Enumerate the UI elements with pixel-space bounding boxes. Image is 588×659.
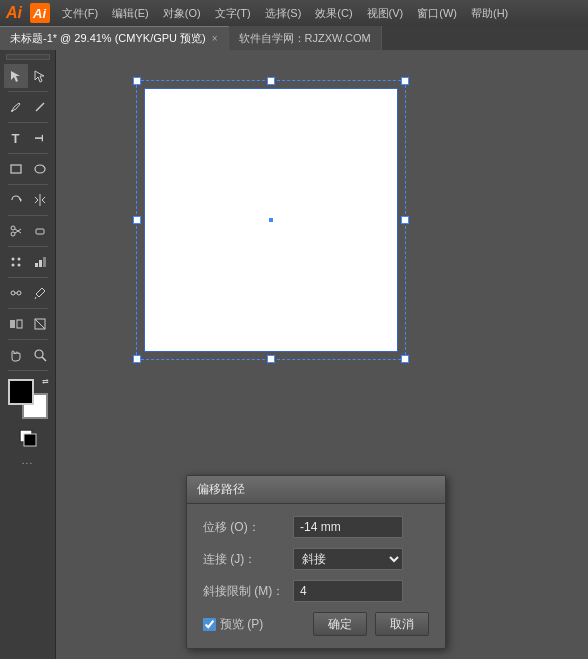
handle-top-middle[interactable] — [267, 77, 275, 85]
menu-object[interactable]: 对象(O) — [157, 4, 207, 23]
tool-group-view — [0, 342, 55, 368]
handle-bottom-middle[interactable] — [267, 355, 275, 363]
tool-group-blend — [0, 311, 55, 337]
menu-help[interactable]: 帮助(H) — [465, 4, 514, 23]
handle-middle-left[interactable] — [133, 216, 141, 224]
color-swap-icon[interactable]: ⇄ — [42, 377, 49, 386]
preview-checkbox[interactable] — [203, 618, 216, 631]
dialog-footer: 预览 (P) 确定 取消 — [203, 612, 429, 636]
separator-10 — [8, 370, 48, 371]
svg-point-12 — [11, 258, 14, 261]
menu-type[interactable]: 文字(T) — [209, 4, 257, 23]
tab-active[interactable]: 未标题-1* @ 29.41% (CMYK/GPU 预览) × — [0, 26, 229, 50]
tool-mesh[interactable] — [4, 250, 28, 274]
preview-label: 预览 (P) — [220, 616, 263, 633]
separator-8 — [8, 308, 48, 309]
handle-bottom-left[interactable] — [133, 355, 141, 363]
miter-label: 斜接限制 (M)： — [203, 583, 293, 600]
svg-rect-11 — [36, 229, 44, 234]
tab-active-label: 未标题-1* @ 29.41% (CMYK/GPU 预览) — [10, 31, 206, 46]
svg-point-8 — [11, 232, 15, 236]
svg-point-15 — [17, 264, 20, 267]
preview-checkbox-label[interactable]: 预览 (P) — [203, 616, 263, 633]
join-select[interactable]: 斜接 圆角 斜角 — [293, 548, 403, 570]
tool-blend[interactable] — [4, 312, 28, 336]
tool-group-transform — [0, 187, 55, 213]
app-icon: Ai — [30, 3, 50, 23]
ruler-indicator — [6, 54, 50, 60]
svg-line-28 — [42, 357, 46, 361]
svg-rect-30 — [24, 434, 36, 446]
tool-reflect[interactable] — [28, 188, 52, 212]
foreground-color[interactable] — [8, 379, 34, 405]
svg-point-20 — [17, 291, 21, 295]
color-indicator: ⇄ — [6, 377, 50, 421]
separator-5 — [8, 215, 48, 216]
menu-window[interactable]: 窗口(W) — [411, 4, 463, 23]
tool-group-stroke — [0, 425, 55, 451]
svg-point-2 — [11, 110, 13, 112]
tool-scissors[interactable] — [4, 219, 28, 243]
separator-1 — [8, 91, 48, 92]
tool-pencil[interactable] — [28, 95, 52, 119]
separator-9 — [8, 339, 48, 340]
canvas-container — [136, 80, 406, 360]
tool-zoom[interactable] — [28, 343, 52, 367]
tool-group-symbol — [0, 280, 55, 306]
tool-direct-select[interactable] — [28, 64, 52, 88]
svg-point-4 — [35, 165, 45, 173]
handle-bottom-right[interactable] — [401, 355, 409, 363]
handle-top-left[interactable] — [133, 77, 141, 85]
svg-rect-17 — [39, 260, 42, 267]
join-row: 连接 (J)： 斜接 圆角 斜角 — [203, 548, 429, 570]
handle-top-right[interactable] — [401, 77, 409, 85]
menu-edit[interactable]: 编辑(E) — [106, 4, 155, 23]
cancel-button[interactable]: 取消 — [375, 612, 429, 636]
tool-symbol[interactable] — [4, 281, 28, 305]
tool-stroke[interactable] — [16, 426, 40, 450]
separator-7 — [8, 277, 48, 278]
tool-group-selection — [0, 63, 55, 89]
svg-point-27 — [35, 350, 43, 358]
miter-row: 斜接限制 (M)： — [203, 580, 429, 602]
tool-eraser[interactable] — [28, 219, 52, 243]
tool-graph[interactable] — [28, 250, 52, 274]
more-tools-indicator[interactable]: ... — [22, 455, 33, 466]
dialog-buttons: 确定 取消 — [313, 612, 429, 636]
menu-file[interactable]: 文件(F) — [56, 4, 104, 23]
tool-type-vertical[interactable]: T — [28, 126, 52, 150]
tool-hand[interactable] — [4, 343, 28, 367]
menu-effect[interactable]: 效果(C) — [309, 4, 358, 23]
svg-line-26 — [35, 319, 45, 329]
tool-slice[interactable] — [28, 312, 52, 336]
tool-pen[interactable] — [4, 95, 28, 119]
tab-close-button[interactable]: × — [212, 33, 218, 44]
svg-line-22 — [35, 297, 36, 299]
dialog-content: 位移 (O)： 连接 (J)： 斜接 圆角 斜角 斜接限制 (M)： — [187, 504, 445, 648]
tool-ellipse[interactable] — [28, 157, 52, 181]
tab-inactive-label: 软件自学网：RJZXW.COM — [239, 31, 371, 46]
handle-middle-right[interactable] — [401, 216, 409, 224]
menu-bar: 文件(F) 编辑(E) 对象(O) 文字(T) 选择(S) 效果(C) 视图(V… — [56, 4, 514, 23]
tool-eyedropper[interactable] — [28, 281, 52, 305]
offset-row: 位移 (O)： — [203, 516, 429, 538]
tab-inactive[interactable]: 软件自学网：RJZXW.COM — [229, 26, 382, 50]
tool-type[interactable]: T — [4, 126, 28, 150]
tool-group-cut — [0, 218, 55, 244]
svg-rect-23 — [10, 320, 15, 328]
tool-rectangle[interactable] — [4, 157, 28, 181]
miter-input[interactable] — [293, 580, 403, 602]
dialog-title-bar[interactable]: 偏移路径 — [187, 476, 445, 504]
svg-point-13 — [11, 264, 14, 267]
tool-select[interactable] — [4, 64, 28, 88]
tool-rotate[interactable] — [4, 188, 28, 212]
offset-input[interactable] — [293, 516, 403, 538]
menu-select[interactable]: 选择(S) — [259, 4, 308, 23]
menu-view[interactable]: 视图(V) — [361, 4, 410, 23]
canvas-area: 偏移路径 位移 (O)： 连接 (J)： 斜接 圆角 斜角 — [56, 50, 588, 659]
ok-button[interactable]: 确定 — [313, 612, 367, 636]
svg-point-14 — [17, 258, 20, 261]
svg-rect-3 — [11, 165, 21, 173]
offset-path-dialog: 偏移路径 位移 (O)： 连接 (J)： 斜接 圆角 斜角 — [186, 475, 446, 649]
svg-rect-16 — [35, 263, 38, 267]
